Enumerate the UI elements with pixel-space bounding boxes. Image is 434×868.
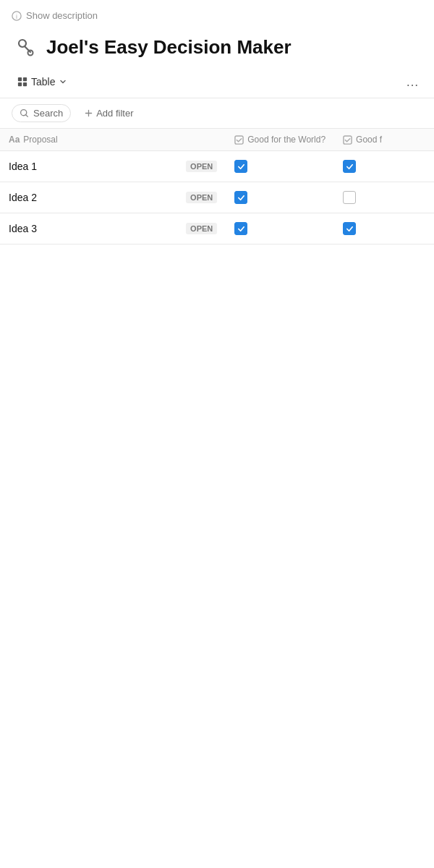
show-description-label: Show description	[26, 10, 98, 21]
data-table: Aa Proposal Good for the World?	[0, 129, 434, 244]
page-header: Joel's Easy Decision Maker	[0, 28, 434, 69]
page-icon	[12, 34, 38, 60]
cell-proposal-idea1: Idea 1 OPEN	[0, 151, 226, 182]
proposal-col-label: Proposal	[23, 135, 57, 145]
status-badge-idea2: OPEN	[186, 192, 217, 203]
cell-good-for-world-idea2	[226, 182, 334, 213]
add-filter-label: Add filter	[96, 108, 133, 119]
toolbar: Table …	[0, 69, 434, 98]
table-row: Idea 2 OPEN	[0, 182, 434, 213]
table-row: Idea 3 OPEN	[0, 213, 434, 244]
checkbox-col-icon-2	[343, 135, 352, 145]
search-label: Search	[33, 108, 63, 119]
info-icon: i	[12, 11, 22, 21]
cell-proposal-idea3: Idea 3 OPEN	[0, 213, 226, 244]
cell-good-for-world-idea1	[226, 151, 334, 182]
proposal-col-icon: Aa	[9, 135, 20, 145]
checkbox-good-for-idea1[interactable]	[343, 160, 356, 173]
idea-name-idea3: Idea 3	[9, 223, 37, 234]
search-button[interactable]: Search	[12, 104, 71, 122]
col-header-good-for-world: Good for the World?	[226, 129, 334, 151]
status-badge-idea3: OPEN	[186, 223, 217, 234]
add-filter-button[interactable]: Add filter	[77, 105, 140, 122]
table-row: Idea 1 OPEN	[0, 151, 434, 182]
svg-rect-6	[18, 82, 22, 86]
checkbox-good-for-idea2[interactable]	[343, 191, 356, 204]
more-options-button[interactable]: …	[402, 72, 422, 92]
toolbar-left: Table	[12, 73, 73, 90]
filters-row: Search Add filter	[0, 98, 434, 129]
svg-rect-4	[18, 77, 22, 81]
col-header-proposal: Aa Proposal	[0, 129, 226, 151]
status-badge-idea1: OPEN	[186, 161, 217, 172]
cell-good-for-idea3	[334, 213, 434, 244]
table-icon	[17, 77, 27, 87]
plus-icon	[84, 109, 93, 118]
checkbox-good-for-idea3[interactable]	[343, 222, 356, 235]
idea-name-idea1: Idea 1	[9, 161, 37, 172]
svg-rect-7	[23, 82, 27, 86]
more-label: …	[406, 75, 419, 90]
good-for-col-label: Good f	[356, 135, 382, 145]
checkbox-good-for-world-idea3[interactable]	[234, 222, 247, 235]
col-header-good-for: Good f	[334, 129, 434, 151]
cell-good-for-world-idea3	[226, 213, 334, 244]
cell-proposal-idea2: Idea 2 OPEN	[0, 182, 226, 213]
checkbox-col-icon	[234, 135, 244, 145]
idea-name-idea2: Idea 2	[9, 192, 37, 203]
table-header-row: Aa Proposal Good for the World?	[0, 129, 434, 151]
cell-good-for-idea2	[334, 182, 434, 213]
view-label: Table	[31, 76, 55, 88]
svg-text:i: i	[16, 12, 17, 20]
chevron-down-icon	[59, 77, 67, 86]
checkbox-good-for-world-idea1[interactable]	[234, 160, 247, 173]
page-title: Joel's Easy Decision Maker	[46, 36, 292, 59]
svg-rect-5	[23, 77, 27, 81]
cell-good-for-idea1	[334, 151, 434, 182]
table-view-button[interactable]: Table	[12, 73, 73, 90]
svg-point-2	[19, 40, 26, 47]
checkbox-good-for-world-idea2[interactable]	[234, 191, 247, 204]
show-description-toggle[interactable]: i Show description	[0, 0, 434, 28]
search-icon	[20, 109, 29, 118]
good-for-world-col-label: Good for the World?	[247, 135, 326, 145]
